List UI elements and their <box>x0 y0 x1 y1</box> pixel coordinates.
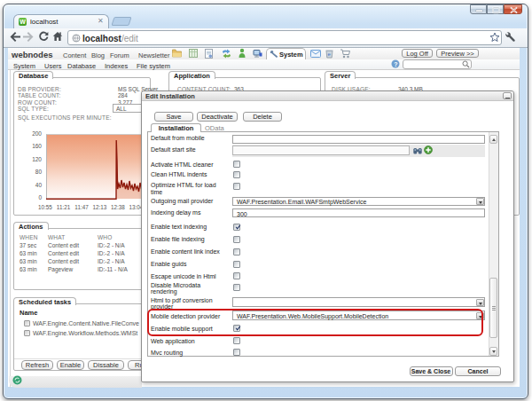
svg-text:?: ? <box>394 60 397 67</box>
